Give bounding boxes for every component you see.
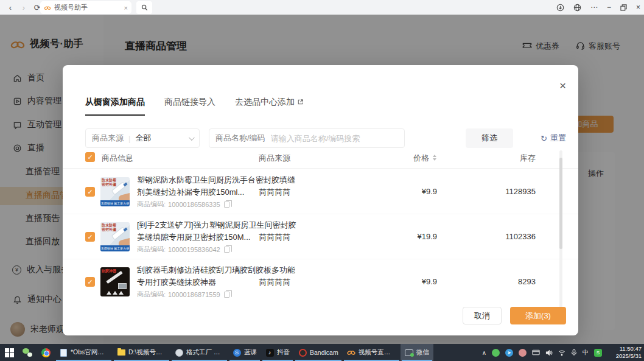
filter-button[interactable]: 筛选 bbox=[466, 128, 513, 148]
source-select-label: 商品来源 bbox=[92, 133, 124, 144]
microphone-icon[interactable] bbox=[571, 349, 577, 356]
product-price: ¥19.9 bbox=[391, 232, 437, 241]
task-wechat-window[interactable]: 微信 bbox=[401, 344, 433, 361]
modal-scrollbar[interactable] bbox=[559, 150, 562, 310]
tab-label: 去选品中心添加 bbox=[235, 97, 295, 108]
task-bandicam[interactable]: Bandicam bbox=[294, 344, 343, 361]
tray-avatar-icon[interactable] bbox=[519, 349, 527, 357]
notepad-icon bbox=[59, 348, 68, 357]
chrome-taskbar-icon[interactable] bbox=[37, 344, 55, 361]
price-sort-icon[interactable] bbox=[433, 155, 436, 161]
modal-close-icon[interactable]: × bbox=[559, 80, 566, 91]
copy-icon[interactable] bbox=[224, 202, 229, 208]
table-row: ✓ 防水防霉密封补漏 无惧锈蚀 施工更方便 塑钢泥防水防霉卫生间厨房洗手台密封胶… bbox=[63, 169, 578, 214]
product-source: 苘苘苘苘 bbox=[259, 232, 290, 243]
tray-date: 2025/5/31 bbox=[607, 352, 642, 360]
product-image: 刮胶神器 bbox=[100, 267, 130, 296]
tray-card-icon[interactable] bbox=[532, 349, 540, 356]
task-obs-notes[interactable]: *Obs官网电脑... bbox=[55, 344, 113, 361]
task-douyin[interactable]: ♪ 抖音 bbox=[261, 344, 294, 361]
name-search-label: 商品名称/编码 bbox=[215, 133, 265, 144]
product-price: ¥9.9 bbox=[391, 277, 437, 286]
col-price: 价格 bbox=[391, 153, 429, 164]
network-icon[interactable] bbox=[558, 349, 565, 356]
product-code: 商品编码:10000195836042 bbox=[137, 245, 229, 254]
reset-button[interactable]: ↻ 重置 bbox=[541, 133, 566, 144]
forward-icon[interactable]: › bbox=[17, 3, 30, 12]
wechat-window-icon bbox=[405, 348, 413, 357]
taskbar-clock[interactable]: 11:50:47 2025/5/31 bbox=[607, 345, 642, 360]
product-price: ¥9.9 bbox=[391, 187, 437, 196]
ime-indicator[interactable]: 中 bbox=[583, 348, 589, 357]
external-link-icon bbox=[297, 97, 304, 107]
product-source: 苘苘苘苘 bbox=[259, 187, 290, 198]
add-products-modal: × 从橱窗添加商品 商品链接导入 去选品中心添加 商品来源 bbox=[63, 65, 578, 335]
sogou-icon[interactable]: S bbox=[594, 349, 602, 357]
browser-tab[interactable]: 视频号助手 × bbox=[40, 1, 131, 14]
tab-import-by-link[interactable]: 商品链接导入 bbox=[164, 97, 215, 116]
tab-label: 商品链接导入 bbox=[164, 97, 215, 108]
task-channels-live-companion[interactable]: 视频号直播伴侣 bbox=[343, 344, 401, 361]
channels-companion-icon bbox=[347, 348, 355, 357]
tab-close-icon[interactable]: × bbox=[124, 4, 128, 12]
cancel-button[interactable]: 取消 bbox=[463, 307, 502, 324]
folder-icon bbox=[117, 348, 125, 357]
product-image: 防水防霉密封补漏 无惧锈蚀 施工更方便 bbox=[100, 222, 130, 251]
product-code: 商品编码:10000186871559 bbox=[137, 290, 229, 299]
task-explorer[interactable]: D:\视频号直播... bbox=[113, 344, 170, 361]
confirm-add-button[interactable]: 添加(3) bbox=[510, 307, 566, 324]
download-icon[interactable] bbox=[556, 4, 564, 12]
copy-icon[interactable] bbox=[224, 247, 229, 253]
window-close-icon[interactable]: × bbox=[636, 3, 640, 12]
source-select[interactable]: 商品来源 | 全部 bbox=[85, 128, 200, 148]
name-search-input[interactable] bbox=[271, 134, 398, 143]
chevron-down-icon bbox=[189, 135, 195, 141]
volume-icon[interactable] bbox=[545, 349, 553, 356]
row-checkbox[interactable]: ✓ bbox=[85, 277, 95, 287]
search-icon[interactable] bbox=[136, 1, 152, 14]
select-all-checkbox[interactable]: ✓ bbox=[85, 152, 95, 162]
tray-expand-icon[interactable]: ∧ bbox=[482, 349, 486, 356]
product-source: 苘苘苘苘 bbox=[259, 277, 290, 288]
col-info: 商品信息 bbox=[102, 153, 133, 164]
col-stock: 库存 bbox=[489, 153, 536, 164]
product-table-body: ✓ 防水防霉密封补漏 无惧锈蚀 施工更方便 塑钢泥防水防霉卫生间厨房洗手台密封胶… bbox=[63, 169, 578, 304]
product-code: 商品编码:10000186586335 bbox=[137, 200, 229, 209]
channels-favicon bbox=[44, 4, 51, 12]
tab-selection-center[interactable]: 去选品中心添加 bbox=[235, 97, 304, 116]
wechat-taskbar-icon[interactable] bbox=[18, 344, 37, 361]
task-lanke[interactable]: S 蓝课 bbox=[228, 344, 261, 361]
tab-label: 从橱窗添加商品 bbox=[85, 97, 145, 108]
row-checkbox[interactable]: ✓ bbox=[85, 187, 95, 197]
product-image: 防水防霉密封补漏 无惧锈蚀 施工更方便 bbox=[100, 177, 130, 206]
table-row: ✓ 防水防霉密封补漏 无惧锈蚀 施工更方便 [到手2支送铲刀]强力塑钢泥厨房卫生… bbox=[63, 214, 578, 259]
bandicam-icon bbox=[298, 348, 307, 357]
product-stock: 8293 bbox=[483, 277, 536, 286]
screen: ‹ › ⟳ 视频号助手 × ⋯ − bbox=[0, 0, 644, 361]
copy-icon[interactable] bbox=[224, 292, 229, 298]
scrollbar-thumb[interactable] bbox=[559, 158, 562, 249]
back-icon[interactable]: ‹ bbox=[4, 3, 17, 12]
filter-row: 商品来源 | 全部 商品名称/编码 筛选 ↻ 重置 bbox=[85, 128, 566, 148]
browser-toolbar: ‹ › ⟳ 视频号助手 × ⋯ − bbox=[0, 0, 644, 15]
tray-time: 11:50:47 bbox=[607, 345, 642, 352]
name-search-field[interactable]: 商品名称/编码 bbox=[209, 128, 405, 148]
more-icon[interactable]: ⋯ bbox=[590, 3, 598, 12]
table-row: ✓ 刮胶神器 刮胶器毛刺修边清硅胶刮刀璃胶刮胶板多功能专用打胶美缝抹胶神器 商品… bbox=[63, 259, 578, 304]
tray-wechat-icon[interactable] bbox=[492, 349, 500, 357]
tab-add-from-showcase[interactable]: 从橱窗添加商品 bbox=[85, 97, 145, 116]
tab-title: 视频号助手 bbox=[54, 3, 88, 12]
reset-icon: ↻ bbox=[541, 134, 547, 143]
globe-icon[interactable] bbox=[573, 4, 581, 12]
row-checkbox[interactable]: ✓ bbox=[85, 232, 95, 242]
tray-telegram-icon[interactable]: ➤ bbox=[505, 349, 513, 357]
start-button[interactable] bbox=[0, 344, 18, 361]
col-source: 商品来源 bbox=[259, 153, 290, 164]
minimize-icon[interactable]: − bbox=[607, 3, 611, 12]
taskbar: *Obs官网电脑... D:\视频号直播... 格式工厂 X64 ... S 蓝… bbox=[0, 344, 644, 361]
task-format-factory[interactable]: 格式工厂 X64 ... bbox=[170, 344, 228, 361]
product-stock: 1102336 bbox=[483, 232, 536, 241]
restore-icon[interactable] bbox=[620, 4, 627, 11]
reset-label: 重置 bbox=[550, 133, 566, 144]
modal-footer: 取消 添加(3) bbox=[463, 307, 566, 324]
